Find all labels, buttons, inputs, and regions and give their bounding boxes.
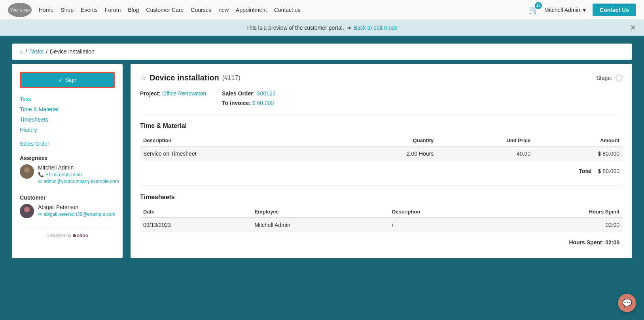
navbar-right: 🛒 19 Mitchell Admin ▼ Contact Us [529,4,636,16]
customer-abigail-name: Abigail Peterson [38,204,116,210]
svg-point-0 [24,167,30,173]
sidebar-item-task[interactable]: Task [20,95,115,103]
sidebar-item-time-material[interactable]: Time & Material [20,105,115,114]
assignee-item-mitchell: Mitchell Admin 📞 +1 555-555-5555 ✉ admin… [20,164,115,184]
phone-icon: 📞 [38,172,44,177]
star-icon[interactable]: ☆ [140,74,146,82]
checkmark-icon: ✓ [58,77,63,83]
user-name: Mitchell Admin [544,7,580,13]
assignee-mitchell-phone[interactable]: 📞 +1 555-555-5555 [38,172,119,177]
time-material-thead: Description Quantity Unit Price Amount [140,135,623,146]
avatar-abigail-svg [20,204,34,218]
total-value: $ 80.000 [598,168,620,174]
odoo-logo: odoo [73,233,88,238]
banner-close-icon[interactable]: ✕ [630,23,636,32]
sign-label: Sign [65,77,76,83]
cart-badge: 19 [535,2,542,9]
nav-courses[interactable]: Courses [191,7,211,13]
cart-icon[interactable]: 🛒 19 [529,5,539,15]
sidebar: ✓ Sign Task Time & Material Timesheets H… [12,64,123,258]
nav-appointment[interactable]: Appointment [236,7,267,13]
col-quantity: Quantity [330,135,437,146]
preview-text: This is a preview of the customer portal… [246,25,344,31]
stage-text: Stage: [597,75,612,81]
nav-new[interactable]: new [218,7,229,13]
svg-point-2 [24,207,30,212]
sales-order-label: Sales Order: [222,90,256,97]
sidebar-item-history[interactable]: History [20,126,115,134]
to-invoice-value: $ 80.000 [252,100,274,106]
col-description: Description [140,135,330,146]
breadcrumb-home[interactable]: ⌂ [20,48,23,55]
nav-contact-us[interactable]: Contact us [274,7,301,13]
odoo-text: odoo [77,233,88,238]
project-value[interactable]: Office Renovation [162,90,206,97]
project-left: Project: Office Renovation [140,90,206,106]
nav-blog[interactable]: Blog [128,7,139,13]
sales-order-field: Sales Order: S00123 [222,90,275,97]
avatar-mitchell [20,164,34,179]
customer-section: Customer Abigail Peterson ✉ abigail.pete… [20,192,115,221]
assignees-title: Assignees [20,155,115,161]
table-row: 09/13/2023 Mitchell Admin / 02:00 [140,217,623,232]
email-icon-mitchell: ✉ [38,179,42,184]
odoo-dot [73,234,76,237]
assignee-mitchell-info: Mitchell Admin 📞 +1 555-555-5555 ✉ admin… [38,164,119,184]
breadcrumb-sep1: / [25,48,27,55]
task-header: ☆ Device installation (#117) Stage: [140,73,623,82]
assignees-section: Assignees Mitchell Admin 📞 +1 555-555-55… [20,152,115,187]
back-to-edit-link[interactable]: Back to edit mode [354,25,398,31]
breadcrumb-sep2: / [46,48,47,55]
svg-point-3 [22,213,32,218]
nav-events[interactable]: Events [81,7,98,13]
nav-customer-care[interactable]: Customer Care [146,7,184,13]
preview-arrow: ➜ [347,25,351,31]
sales-order-value[interactable]: S00123 [256,90,275,97]
nav-home[interactable]: Home [39,7,53,13]
customer-item: Abigail Peterson ✉ abigail.peterson39@ex… [20,204,115,218]
svg-point-1 [22,173,32,179]
project-right: Sales Order: S00123 To invoice: $ 80.000 [222,90,275,106]
sales-order-link[interactable]: Sales Order [20,141,49,147]
main-content: ☆ Device installation (#117) Stage: Proj… [131,64,632,258]
row-hours: 02:00 [502,217,623,232]
navbar: Your Logo Home Shop Events Forum Blog Cu… [0,0,644,20]
sign-button[interactable]: ✓ Sign [20,72,115,88]
row-description: Service on Timesheet [140,146,330,161]
main-wrapper: ⌂ / Tasks / Device installation ✓ Sign T… [0,36,644,266]
nav-forum[interactable]: Forum [105,7,121,13]
row-unit-price: 40.00 [437,146,534,161]
to-invoice-label: To invoice: [222,100,252,106]
assignee-mitchell-email[interactable]: ✉ admin@yourcompany.example.com [38,179,119,184]
col-ts-description: Description [389,206,502,217]
row-date: 09/13/2023 [140,217,251,232]
timesheets-thead: Date Employee Description Hours Spent [140,206,623,217]
preview-banner: This is a preview of the customer portal… [0,20,644,36]
user-dropdown[interactable]: Mitchell Admin ▼ [544,7,587,13]
time-material-title: Time & Material [140,122,623,130]
total-row: Total $ 80.000 [140,165,623,177]
breadcrumb: ⌂ / Tasks / Device installation [12,44,632,60]
chat-button[interactable]: 💬 [618,294,636,312]
task-title-text: Device installation [150,73,219,82]
contact-us-button[interactable]: Contact Us [593,4,636,16]
sidebar-sales-order: Sales Order [20,141,115,147]
page-layout: ✓ Sign Task Time & Material Timesheets H… [12,64,632,258]
nav-shop[interactable]: Shop [61,7,74,13]
assignee-mitchell-name: Mitchell Admin [38,164,119,171]
timesheets-tbody: 09/13/2023 Mitchell Admin / 02:00 [140,217,623,232]
email-icon-abigail: ✉ [38,211,42,217]
project-info: Project: Office Renovation Sales Order: … [140,90,623,114]
logo[interactable]: Your Logo [8,3,32,17]
customer-title: Customer [20,194,115,201]
navbar-links: Home Shop Events Forum Blog Customer Car… [39,7,522,13]
sidebar-item-timesheets[interactable]: Timesheets [20,115,115,124]
customer-abigail-email[interactable]: ✉ abigail.peterson39@example.com [38,211,116,217]
row-amount: $ 80.000 [534,146,623,161]
sidebar-nav: Task Time & Material Timesheets History [20,95,115,134]
to-invoice-field: To invoice: $ 80.000 [222,100,275,106]
col-amount: Amount [534,135,623,146]
stage-label: Stage: [597,74,623,82]
task-title-group: ☆ Device installation (#117) [140,73,241,82]
breadcrumb-tasks[interactable]: Tasks [29,48,44,55]
